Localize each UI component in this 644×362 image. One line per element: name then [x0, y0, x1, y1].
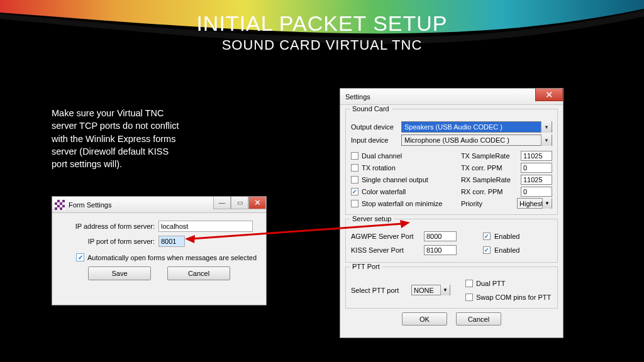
input-device-value: Microphone (USB Audio CODEC ) — [404, 136, 509, 144]
chevron-down-icon: ▼ — [440, 285, 450, 295]
ptt-port-caption: PTT Port — [350, 263, 382, 270]
ptt-port-value: NONE — [414, 287, 434, 294]
output-device-label: Output device — [351, 123, 401, 131]
swap-com-label: Swap COM pins for PTT — [476, 293, 551, 301]
settings-close-button[interactable]: ✕ — [535, 89, 563, 101]
close-button[interactable]: ✕ — [248, 197, 266, 209]
settings-titlebar[interactable]: Settings ✕ — [340, 89, 563, 105]
agwpe-enabled-label: Enabled — [494, 233, 519, 240]
tx-samplerate-label: TX SampleRate — [461, 152, 518, 160]
ptt-select-label: Select PTT port — [351, 287, 408, 294]
slide-title: INITIAL PACKET SETUP — [0, 11, 644, 36]
settings-dialog: Settings ✕ Sound Card Output device Spea… — [340, 88, 564, 338]
tx-corr-input[interactable] — [521, 163, 552, 173]
input-device-label: Input device — [351, 136, 401, 144]
dual-channel-label: Dual channel — [362, 152, 402, 160]
agwpe-enabled-checkbox[interactable]: ✓ — [483, 233, 491, 240]
input-device-select[interactable]: Microphone (USB Audio CODEC ) ▼ — [401, 134, 552, 146]
rx-samplerate-label: RX SampleRate — [461, 176, 518, 184]
sound-card-caption: Sound Card — [350, 105, 392, 112]
ip-port-label: IP port of form server: — [61, 238, 158, 245]
auto-open-checkbox[interactable]: ✓ — [76, 253, 84, 261]
ip-port-input[interactable] — [158, 236, 185, 247]
agwpe-port-label: AGWPE Server Port — [351, 233, 420, 240]
slide-title-block: INITIAL PACKET SETUP SOUND CARD VIRTUAL … — [0, 11, 644, 53]
agwpe-port-input[interactable] — [424, 231, 457, 241]
output-device-value: Speakers (USB Audio CODEC ) — [404, 123, 502, 131]
kiss-enabled-label: Enabled — [494, 246, 519, 254]
tx-rotation-checkbox[interactable] — [351, 164, 358, 172]
kiss-enabled-checkbox[interactable]: ✓ — [483, 246, 491, 254]
rx-corr-input[interactable] — [521, 187, 552, 197]
chevron-down-icon: ▼ — [541, 134, 552, 146]
priority-label: Priority — [461, 200, 514, 207]
kiss-port-input[interactable] — [424, 245, 457, 255]
rx-samplerate-input[interactable] — [521, 175, 552, 185]
settings-title: Settings — [345, 93, 370, 101]
save-button[interactable]: Save — [88, 266, 151, 280]
settings-cancel-button[interactable]: Cancel — [456, 312, 501, 326]
cancel-button[interactable]: Cancel — [167, 266, 230, 280]
server-setup-caption: Server setup — [350, 215, 394, 222]
priority-value: Highest — [519, 200, 543, 207]
ptt-port-group: PTT Port Select PTT port NONE ▼ Dual PTT… — [345, 266, 558, 309]
tx-samplerate-input[interactable] — [521, 151, 552, 161]
server-setup-group: Server setup AGWPE Server Port ✓ Enabled… — [345, 219, 558, 263]
stop-waterfall-checkbox[interactable] — [351, 200, 358, 207]
dual-ptt-checkbox[interactable] — [465, 280, 473, 287]
single-channel-checkbox[interactable] — [351, 176, 358, 184]
single-channel-label: Single channel output — [362, 176, 428, 184]
minimize-button[interactable]: — — [213, 197, 231, 209]
slide-body-text: Make sure your Virtual TNC server TCP po… — [52, 107, 184, 170]
form-settings-dialog: Form Settings — ▭ ✕ IP address of form s… — [52, 196, 267, 305]
color-waterfall-label: Color waterfall — [362, 188, 406, 195]
stop-waterfall-label: Stop waterfall on minimize — [362, 200, 442, 207]
dual-ptt-label: Dual PTT — [476, 280, 505, 287]
tx-corr-label: TX corr. PPM — [461, 164, 518, 172]
output-device-select[interactable]: Speakers (USB Audio CODEC ) ▼ — [401, 121, 552, 133]
priority-select[interactable]: Highest▼ — [517, 198, 552, 209]
ptt-port-select[interactable]: NONE ▼ — [411, 285, 450, 295]
ok-button[interactable]: OK — [402, 312, 447, 326]
ip-address-input[interactable] — [158, 221, 253, 232]
dual-channel-checkbox[interactable] — [351, 152, 358, 160]
form-settings-title: Form Settings — [69, 201, 111, 209]
color-waterfall-checkbox[interactable]: ✓ — [351, 188, 358, 195]
chevron-down-icon: ▼ — [542, 198, 552, 209]
chevron-down-icon: ▼ — [541, 121, 552, 133]
form-settings-icon — [55, 200, 65, 210]
tx-rotation-label: TX rotation — [362, 164, 396, 172]
ip-address-label: IP address of form server: — [61, 222, 158, 230]
kiss-port-label: KISS Server Port — [351, 246, 420, 254]
form-settings-titlebar[interactable]: Form Settings — ▭ ✕ — [52, 197, 266, 213]
auto-open-label: Automatically open forms when messages a… — [87, 254, 257, 261]
maximize-button[interactable]: ▭ — [231, 197, 248, 209]
swap-com-checkbox[interactable] — [465, 293, 473, 301]
rx-corr-label: RX corr. PPM — [461, 188, 518, 195]
sound-card-group: Sound Card Output device Speakers (USB A… — [345, 109, 558, 215]
slide-subtitle: SOUND CARD VIRTUAL TNC — [0, 37, 644, 53]
